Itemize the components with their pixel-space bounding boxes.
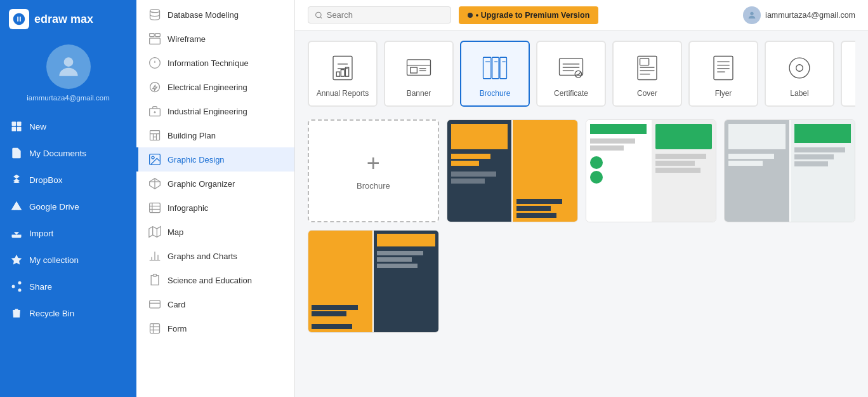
category-list: Database Modeling Wireframe Information … (136, 0, 294, 343)
user-info: iammurtaza4@gmail.com (743, 6, 855, 24)
middle-item-science-and-education-label: Science and Education (168, 276, 252, 285)
middle-item-building-plan[interactable]: Building Plan (136, 123, 294, 147)
category-tile-flyer[interactable]: Flyer (688, 41, 758, 107)
charts-icon (148, 250, 161, 262)
gdrive-icon (10, 200, 23, 213)
svg-point-49 (750, 11, 753, 15)
flyer-tile-label: Flyer (715, 89, 732, 98)
recycle-icon (10, 307, 23, 320)
electrical-icon (148, 81, 161, 93)
template-preview-2 (586, 120, 716, 222)
share-icon (10, 280, 23, 293)
upgrade-button[interactable]: • Upgrade to Premium Version (459, 6, 598, 24)
sidebar-item-google-drive[interactable]: Google Drive (0, 193, 136, 220)
template-card-3[interactable] (724, 119, 855, 222)
template-card-2[interactable] (586, 119, 717, 222)
svg-rect-41 (150, 300, 161, 308)
sidebar-email: iammurtaza4@gmail.com (27, 94, 110, 102)
svg-rect-77 (714, 57, 733, 80)
svg-point-8 (12, 285, 15, 288)
category-tile-cover[interactable]: Cover (612, 41, 682, 107)
annual-reports-tile-icon (327, 52, 358, 84)
svg-rect-23 (150, 131, 160, 140)
wireframe-icon (148, 32, 161, 45)
middle-item-electrical-engineering[interactable]: Electrical Engineering (136, 75, 294, 99)
search-bar[interactable] (308, 6, 451, 24)
sidebar-nav: New My Documents DropBox Google Drive Im… (0, 111, 136, 329)
svg-rect-29 (150, 203, 161, 213)
category-tile-annual-reports[interactable]: Annual Reports (308, 41, 378, 107)
svg-rect-2 (17, 122, 22, 126)
middle-item-graphs-and-charts[interactable]: Graphs and Charts (136, 244, 294, 268)
middle-item-graphic-design[interactable]: Graphic Design (136, 147, 294, 172)
middle-item-information-technique-label: Information Technique (168, 58, 249, 68)
graphic-design-icon (148, 153, 161, 166)
industrial-icon (148, 105, 161, 118)
app-logo: edraw max (0, 0, 136, 38)
middle-item-building-plan-label: Building Plan (168, 131, 216, 140)
svg-rect-63 (500, 57, 507, 78)
svg-rect-72 (638, 57, 657, 80)
sidebar-item-google-drive-label: Google Drive (29, 202, 79, 212)
middle-item-graphic-organizer[interactable]: Graphic Organizer (136, 172, 294, 196)
svg-rect-1 (12, 122, 16, 126)
sidebar-item-share[interactable]: Share (0, 273, 136, 300)
svg-rect-3 (12, 127, 16, 131)
avatar (46, 44, 91, 89)
template-preview-1 (447, 120, 577, 222)
top-header: • Upgrade to Premium Version iammurtaza4… (295, 0, 868, 30)
svg-rect-62 (492, 57, 499, 78)
middle-item-science-and-education[interactable]: Science and Education (136, 268, 294, 292)
middle-item-graphs-and-charts-label: Graphs and Charts (168, 252, 237, 261)
middle-item-form[interactable]: Form (136, 316, 294, 340)
sidebar-item-new-label: New (29, 122, 46, 131)
user-profile: iammurtaza4@gmail.com (0, 38, 136, 111)
template-card-1[interactable] (447, 119, 578, 222)
category-tile-banner[interactable]: Banner (384, 41, 454, 107)
brochure-tile-label: Brochure (480, 89, 511, 98)
svg-marker-6 (11, 255, 22, 265)
middle-item-wireframe[interactable]: Wireframe (136, 27, 294, 51)
category-tile-brochure[interactable]: Brochure (460, 41, 530, 107)
category-tile-certificate[interactable]: Certificate (536, 41, 606, 107)
sidebar-item-recycle-bin[interactable]: Recycle Bin (0, 300, 136, 326)
middle-item-card[interactable]: Card (136, 292, 294, 316)
search-input[interactable] (327, 10, 444, 20)
dropbox-icon (10, 173, 23, 186)
content-area: Annual Reports Banner Brochure (295, 30, 868, 397)
middle-item-database-modeling-label: Database Modeling (168, 10, 239, 20)
documents-icon (10, 147, 23, 159)
svg-point-47 (316, 12, 321, 17)
sidebar-item-my-collection-label: My collection (29, 255, 79, 265)
svg-line-11 (15, 283, 18, 285)
svg-rect-43 (150, 324, 160, 333)
category-tile-label[interactable]: Label (765, 41, 834, 107)
search-icon (315, 11, 323, 20)
middle-item-map[interactable]: Map (136, 220, 294, 244)
middle-item-information-technique[interactable]: Information Technique (136, 51, 294, 75)
certificate-tile-icon (555, 52, 587, 84)
template-card-4[interactable] (308, 230, 439, 333)
svg-point-12 (150, 10, 160, 13)
svg-rect-13 (150, 34, 155, 37)
svg-point-7 (18, 281, 22, 285)
upgrade-label: • Upgrade to Premium Version (476, 11, 589, 20)
sidebar-item-my-collection[interactable]: My collection (0, 246, 136, 273)
middle-item-database-modeling[interactable]: Database Modeling (136, 3, 294, 27)
svg-point-82 (789, 58, 810, 78)
new-brochure-label: Brochure (357, 181, 390, 191)
middle-panel: Database Modeling Wireframe Information … (136, 0, 295, 397)
new-brochure-card[interactable]: + Brochure (308, 119, 439, 222)
middle-item-infographic[interactable]: Infographic (136, 196, 294, 220)
graphic-organizer-icon (148, 177, 161, 190)
middle-item-industrial-engineering[interactable]: Industrial Engineering (136, 99, 294, 123)
sidebar-item-new[interactable]: New (0, 113, 136, 140)
form-icon (148, 322, 161, 335)
middle-item-form-label: Form (168, 324, 187, 333)
sidebar-item-my-documents[interactable]: My Documents (0, 140, 136, 166)
collection-icon (10, 253, 23, 266)
category-tile-magazines[interactable]: Magazines (841, 41, 855, 107)
sidebar-item-dropbox[interactable]: DropBox (0, 166, 136, 193)
middle-item-electrical-engineering-label: Electrical Engineering (168, 83, 247, 92)
sidebar-item-import[interactable]: Import (0, 220, 136, 246)
